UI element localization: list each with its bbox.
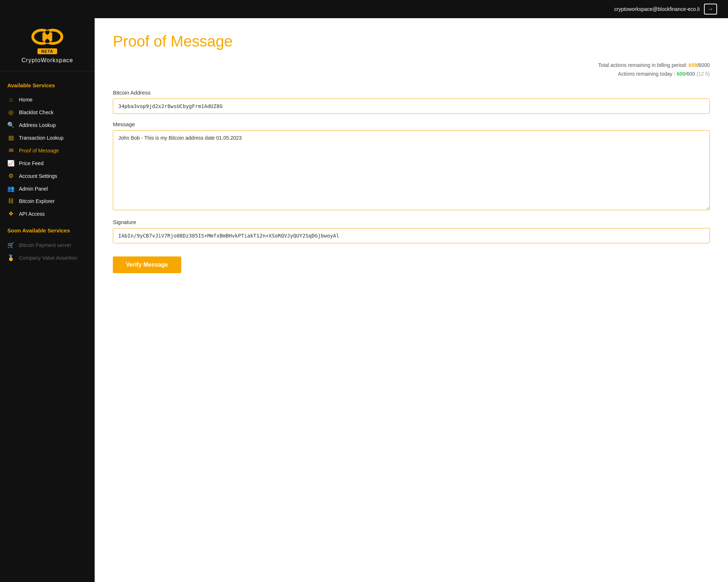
account-settings-icon: ⚙ (7, 172, 15, 179)
sidebar-item-api-access[interactable]: ❖ API Access (7, 207, 87, 220)
home-icon: ⌂ (7, 96, 15, 103)
billing-total-used: 609 (689, 62, 697, 68)
billing-today-label: Actions remaining today : (618, 71, 675, 77)
billing-today-max: 600 (687, 71, 695, 77)
bitcoin-address-input[interactable] (113, 99, 710, 114)
sidebar-item-label: Blacklist Check (19, 109, 54, 115)
address-lookup-icon: 🔍 (7, 121, 15, 128)
brand-name: CryptoWorkspace (21, 57, 73, 64)
sidebar-item-label: Price Feed (19, 160, 44, 166)
sidebar-item-label: Transaction Lookup (19, 135, 63, 141)
topbar: cryptoworkspace@blockfinance-eco.li → (0, 0, 728, 18)
api-access-icon: ❖ (7, 210, 15, 217)
sidebar-item-label: Proof of Message (19, 148, 59, 154)
proof-of-message-icon: ✉ (7, 147, 15, 154)
bitcoin-payment-icon: 🛒 (7, 242, 15, 248)
message-group: Message (113, 121, 710, 212)
transaction-lookup-icon: ▤ (7, 134, 15, 141)
sidebar-item-label: Company Value Assertion (19, 255, 77, 261)
sidebar-item-bitcoin-payment-server: 🛒 Bitcoin Payment server (7, 239, 87, 251)
topbar-email: cryptoworkspace@blockfinance-eco.li (614, 6, 700, 12)
sidebar-item-address-lookup[interactable]: 🔍 Address Lookup (7, 119, 87, 131)
price-feed-icon: 📈 (7, 160, 15, 167)
sidebar-item-label: API Access (19, 211, 45, 217)
signature-input[interactable] (113, 228, 710, 243)
verify-message-button[interactable]: Verify Message (113, 256, 181, 273)
logo-area: BETA CryptoWorkspace (0, 18, 95, 71)
logout-button[interactable]: → (704, 4, 717, 15)
blacklist-icon: ◎ (7, 109, 15, 116)
nav-section: Available Services ⌂ Home ◎ Blacklist Ch… (0, 79, 95, 264)
sidebar-item-label: Address Lookup (19, 122, 56, 128)
billing-info: Total actions remaining in billing perio… (113, 61, 710, 79)
bitcoin-address-label: Bitcoin Address (113, 89, 710, 96)
layout: BETA CryptoWorkspace Available Services … (0, 18, 728, 582)
company-value-icon: 🏅 (7, 254, 15, 261)
admin-panel-icon: 👥 (7, 185, 15, 192)
sidebar: BETA CryptoWorkspace Available Services … (0, 18, 95, 582)
sidebar-item-label: Account Settings (19, 173, 57, 179)
billing-today-time: (12 h) (696, 71, 710, 77)
billing-total-label: Total actions remaining in billing perio… (598, 62, 687, 68)
available-services-title: Available Services (7, 82, 87, 88)
page-title: Proof of Message (113, 33, 710, 50)
beta-badge: BETA (37, 48, 57, 54)
sidebar-item-label: Bitcoin Explorer (19, 198, 55, 204)
sidebar-item-admin-panel[interactable]: 👥 Admin Panel (7, 182, 87, 195)
signature-group: Signature (113, 219, 710, 243)
billing-total-max: 6000 (699, 62, 710, 68)
sidebar-item-label: Home (19, 97, 32, 103)
sidebar-item-transaction-lookup[interactable]: ▤ Transaction Lookup (7, 131, 87, 144)
sidebar-item-account-settings[interactable]: ⚙ Account Settings (7, 170, 87, 182)
sidebar-item-price-feed[interactable]: 📈 Price Feed (7, 157, 87, 170)
bitcoin-address-group: Bitcoin Address (113, 89, 710, 114)
sidebar-item-proof-of-message[interactable]: ✉ Proof of Message (7, 144, 87, 157)
sidebar-item-blacklist[interactable]: ◎ Blacklist Check (7, 106, 87, 119)
bitcoin-explorer-icon: ⛓ (7, 198, 15, 204)
sidebar-item-home[interactable]: ⌂ Home (7, 93, 87, 106)
sidebar-item-label: Bitcoin Payment server (19, 242, 71, 248)
billing-today-used: 600 (677, 71, 685, 77)
sidebar-item-bitcoin-explorer[interactable]: ⛓ Bitcoin Explorer (7, 195, 87, 207)
logo-icon (29, 27, 66, 47)
message-label: Message (113, 121, 710, 127)
sidebar-item-company-value: 🏅 Company Value Assertion (7, 251, 87, 264)
message-textarea[interactable] (113, 130, 710, 210)
sidebar-item-label: Admin Panel (19, 186, 48, 192)
soon-available-services-title: Soon Available Services (7, 227, 87, 234)
main-content: Proof of Message Total actions remaining… (95, 18, 728, 582)
signature-label: Signature (113, 219, 710, 225)
